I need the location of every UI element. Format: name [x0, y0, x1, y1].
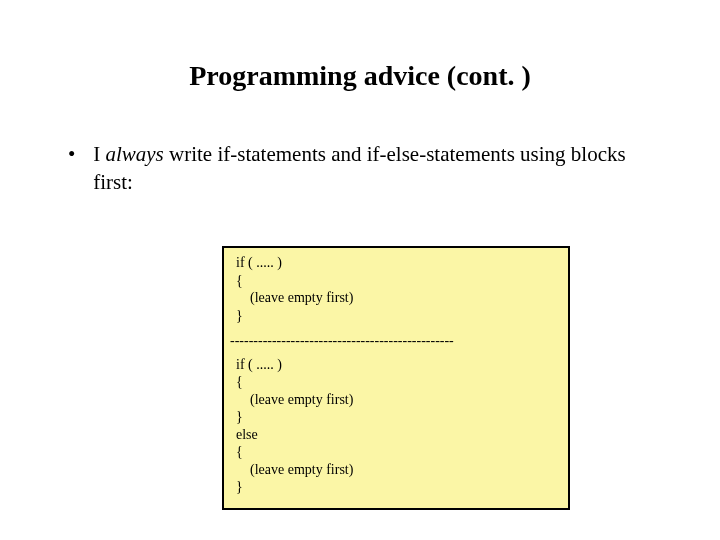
code-open-brace-2: { [236, 373, 556, 391]
slide-title: Programming advice (cont. ) [60, 60, 660, 92]
code-body-empty: (leave empty first) [236, 289, 556, 307]
code-close-brace: } [236, 307, 556, 325]
code-body-empty-3: (leave empty first) [236, 461, 556, 479]
code-if-head-2: if ( ..... ) [236, 356, 556, 374]
code-divider: ----------------------------------------… [230, 332, 556, 350]
code-else: else [236, 426, 556, 444]
code-open-brace: { [236, 272, 556, 290]
bullet-text-part2: write if-statements and if-else-statemen… [93, 142, 625, 194]
bullet-dot: • [68, 140, 93, 168]
code-box: if ( ..... ) { (leave empty first) } ---… [222, 246, 570, 510]
bullet-item: • I always write if-statements and if-el… [68, 140, 660, 197]
code-if-head: if ( ..... ) [236, 254, 556, 272]
bullet-text: I always write if-statements and if-else… [93, 140, 660, 197]
bullet-text-part1: I [93, 142, 105, 166]
code-open-brace-3: { [236, 443, 556, 461]
slide: Programming advice (cont. ) • I always w… [0, 0, 720, 540]
code-close-brace-3: } [236, 478, 556, 496]
code-body-empty-2: (leave empty first) [236, 391, 556, 409]
bullet-emphasis: always [105, 142, 163, 166]
code-close-brace-2: } [236, 408, 556, 426]
